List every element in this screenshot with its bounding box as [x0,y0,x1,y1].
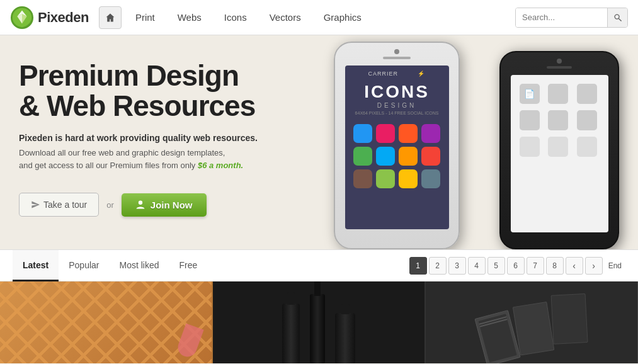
phone-black: 📄 [499,51,619,249]
page-2-button[interactable]: 2 [429,257,447,275]
app-icon [353,124,372,143]
hero-content: Premium Design& Web Resources Pixeden is… [0,35,321,249]
bottle-cap-3 [341,304,350,314]
person-icon [135,200,145,210]
mag-3 [550,293,588,344]
mag-2 [512,302,554,356]
svg-point-4 [139,201,142,205]
app-icon [376,169,395,188]
logo-icon [10,6,34,30]
page-7-button[interactable]: 7 [527,257,544,275]
phone-camera-white [394,49,399,54]
phone-white: CARRIER ⚡ ICONS DESIGN 64X64 PIXELS - 14… [334,42,460,249]
join-now-button[interactable]: Join Now [122,193,207,217]
app-icon [376,124,395,143]
carrier-label: CARRIER ⚡ [368,71,425,77]
search-icon [613,13,622,22]
bottle-cap-2 [314,282,321,296]
phone-screen-black: 📄 [511,75,608,232]
phone-screen-white: CARRIER ⚡ ICONS DESIGN 64X64 PIXELS - 14… [345,65,449,229]
bottle-2 [310,294,325,363]
hero-actions: Take a tour or Join Now [19,193,302,217]
hero-phones: CARRIER ⚡ ICONS DESIGN 64X64 PIXELS - 14… [321,35,638,249]
gallery-item-magazine[interactable] [426,282,638,363]
home-button[interactable] [99,6,122,29]
phone-gray-icon [548,137,568,157]
gallery-item-apron[interactable] [0,282,213,363]
phone-speaker-white [383,57,411,59]
pagination: 1 2 3 4 5 6 7 8 ‹ › End [409,257,625,275]
end-page-button[interactable]: End [605,261,625,270]
phone-speaker-black [547,66,572,69]
bottle-1 [282,304,300,363]
app-icon [353,169,372,188]
plane-icon [31,200,40,209]
page-8-button[interactable]: 8 [546,257,564,275]
app-icon [399,124,418,143]
take-tour-label: Take a tour [43,200,87,210]
phone-gray-icon [520,137,540,157]
app-icon [399,169,418,188]
phone-icons-title: ICONS [364,82,430,102]
next-page-button[interactable]: › [585,257,603,275]
main-nav: Print Webs Icons Vectors Graphics [124,0,373,35]
content-section: Latest Popular Most liked Free 1 2 3 4 5… [0,249,638,363]
page-1-button[interactable]: 1 [409,257,427,275]
or-divider: or [106,200,114,210]
phone-gray-icon [577,137,597,157]
phone-gray-icon [577,84,597,104]
app-icons-grid [347,118,447,195]
search-area [515,8,628,28]
app-icon [421,124,440,143]
prev-page-button[interactable]: ‹ [566,257,583,275]
tab-latest[interactable]: Latest [13,250,59,282]
page-4-button[interactable]: 4 [468,257,486,275]
app-icon [376,147,395,166]
search-input[interactable] [516,8,607,27]
phone-icons-sub: DESIGN [377,102,416,109]
tab-free[interactable]: Free [169,250,208,282]
app-icon [421,169,440,188]
nav-print[interactable]: Print [124,0,166,35]
phone-gray-icon [577,110,597,130]
logo-text: Pixeden [38,9,89,26]
page-5-button[interactable]: 5 [487,257,505,275]
phone-gray-icon [520,110,540,130]
app-icon [353,147,372,166]
take-tour-button[interactable]: Take a tour [19,193,99,217]
header: Pixeden Print Webs Icons Vectors Graphic… [0,0,638,35]
logo-area: Pixeden [10,6,89,30]
join-now-label: Join Now [151,200,193,210]
phone-gray-icon [548,110,568,130]
magazine-stack [474,291,592,363]
app-icon [399,147,418,166]
tab-popular[interactable]: Popular [59,250,109,282]
app-icon [421,147,440,166]
gallery-item-bottles[interactable] [213,282,426,363]
phone-gray-icon [548,84,568,104]
tabs-bar: Latest Popular Most liked Free 1 2 3 4 5… [0,250,638,282]
nav-graphics[interactable]: Graphics [312,0,373,35]
svg-line-2 [618,18,621,21]
gallery [0,282,638,363]
phone-camera-black [557,59,562,64]
nav-icons[interactable]: Icons [213,0,258,35]
hero-section: Premium Design& Web Resources Pixeden is… [0,35,638,249]
hero-subtitle: Pixeden is hard at work providing qualit… [19,133,302,143]
hero-description: Download all our free web and graphic de… [19,147,302,173]
search-button[interactable] [607,8,627,27]
bottle-cap [287,292,295,305]
hero-title: Premium Design& Web Resources [19,60,302,122]
mag-1 [474,310,520,363]
tab-most-liked[interactable]: Most liked [110,250,169,282]
svg-marker-3 [31,202,40,208]
page-3-button[interactable]: 3 [448,257,466,275]
nav-webs[interactable]: Webs [166,0,213,35]
bottle-3 [335,313,355,363]
nav-vectors[interactable]: Vectors [258,0,312,35]
phone-icons-note: 64X64 PIXELS - 14 FREE SOCIAL ICONS [355,111,439,115]
svg-point-1 [615,14,619,19]
page-6-button[interactable]: 6 [507,257,525,275]
hero-price: $6 a month. [198,161,243,170]
phone-gray-icon: 📄 [520,84,540,104]
